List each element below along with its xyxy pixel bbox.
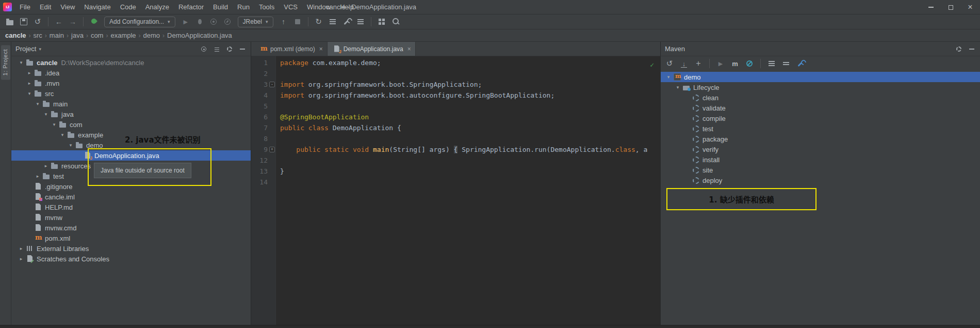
expand-arrow-icon[interactable]: ▾ xyxy=(18,60,25,65)
stop-icon[interactable] xyxy=(292,16,303,27)
tree-item-external-libraries[interactable]: ▸External Libraries xyxy=(11,243,251,254)
collapse-all-icon[interactable] xyxy=(780,58,792,69)
tree-item-deploy[interactable]: deploy xyxy=(661,175,980,185)
expand-arrow-icon[interactable]: ▸ xyxy=(26,70,33,75)
breadcrumb-item-java[interactable]: java xyxy=(70,32,85,39)
fold-icon[interactable]: + xyxy=(269,147,275,152)
menu-analyze[interactable]: Analyze xyxy=(141,0,174,14)
code-line[interactable]: 8 xyxy=(251,133,660,144)
close-button[interactable]: × xyxy=(960,0,980,14)
breadcrumb-item-src[interactable]: src xyxy=(32,32,43,39)
tree-item-cancle-iml[interactable]: cancle.iml xyxy=(11,192,251,202)
tree-item-compile[interactable]: compile xyxy=(661,113,980,123)
tree-item-main[interactable]: ▾main xyxy=(11,99,251,109)
tree-item-mvnw[interactable]: mvnw xyxy=(11,212,251,223)
tree-item-test[interactable]: test xyxy=(661,123,980,134)
menu-run[interactable]: Run xyxy=(233,0,254,14)
expand-arrow-icon[interactable]: ▸ xyxy=(42,163,50,168)
breadcrumb-item-main[interactable]: main xyxy=(48,32,65,39)
download-sources-icon[interactable] xyxy=(678,58,690,69)
project-tool-button[interactable]: 1: Project xyxy=(1,45,10,80)
tree-item-validate[interactable]: validate xyxy=(661,103,980,113)
code-line[interactable]: 6@SpringBootApplication xyxy=(251,112,660,122)
wrench-icon[interactable] xyxy=(341,16,352,27)
collapse-panel-icon[interactable] xyxy=(213,45,221,53)
breadcrumb-item-cancle[interactable]: cancle xyxy=(4,32,27,39)
tree-item-com[interactable]: ▾com xyxy=(11,119,251,130)
code-line[interactable]: 3-import org.springframework.boot.Spring… xyxy=(251,79,660,90)
menu-vcs[interactable]: VCS xyxy=(279,0,302,14)
jrebel-enable-icon[interactable] xyxy=(88,16,100,27)
run-icon[interactable] xyxy=(180,16,191,27)
expand-arrow-icon[interactable]: ▸ xyxy=(26,81,33,86)
settings-icon[interactable] xyxy=(955,45,963,53)
expand-arrow-icon[interactable]: ▸ xyxy=(18,246,25,251)
add-icon[interactable] xyxy=(693,58,704,69)
breadcrumb-item-demo[interactable]: demo xyxy=(142,32,161,39)
menu-view[interactable]: View xyxy=(56,0,79,14)
menu-refactor[interactable]: Refactor xyxy=(174,0,208,14)
tree-item-lifecycle[interactable]: ▾Lifecycle xyxy=(661,82,980,92)
expand-arrow-icon[interactable]: ▾ xyxy=(67,143,74,148)
code-line[interactable]: 13} xyxy=(251,166,660,177)
layout-icon[interactable] xyxy=(376,16,387,27)
maximize-button[interactable] xyxy=(941,0,960,14)
attach-icon[interactable] xyxy=(278,16,289,27)
editor-tab-demoapplication-java[interactable]: DemoApplication.java× xyxy=(328,42,416,56)
skip-tests-icon[interactable] xyxy=(744,58,755,69)
tree-item-src[interactable]: ▾src xyxy=(11,88,251,99)
expand-arrow-icon[interactable]: ▾ xyxy=(34,101,41,106)
back-icon[interactable] xyxy=(53,16,64,27)
code-line[interactable]: 2 xyxy=(251,68,660,79)
tree-item-mvnw-cmd[interactable]: mvnw.cmd xyxy=(11,223,251,233)
refresh-icon[interactable] xyxy=(664,58,675,69)
code-line[interactable]: 12 xyxy=(251,155,660,166)
menu-navigate[interactable]: Navigate xyxy=(79,0,115,14)
tree-item-mvn[interactable]: ▸.mvn xyxy=(11,78,251,88)
coverage-icon[interactable] xyxy=(208,16,219,27)
tree-item-help-md[interactable]: HELP.md xyxy=(11,202,251,212)
breadcrumb-item-demoapplication-java[interactable]: DemoApplication.java xyxy=(166,32,233,39)
expand-arrow-icon[interactable]: ▾ xyxy=(26,91,33,96)
settings-icon[interactable] xyxy=(225,45,234,53)
tree-item-package[interactable]: package xyxy=(661,134,980,144)
code-line[interactable]: 14 xyxy=(251,177,660,188)
tree-item-pom-xml[interactable]: pom.xml xyxy=(11,233,251,243)
code-line[interactable]: 1package com.example.demo; xyxy=(251,57,660,68)
code-line[interactable]: 5 xyxy=(251,101,660,112)
restart-icon[interactable] xyxy=(313,16,324,27)
expand-arrow-icon[interactable]: ▾ xyxy=(51,122,58,127)
menu-code[interactable]: Code xyxy=(116,0,141,14)
maven-settings-icon[interactable] xyxy=(795,58,806,69)
menu-edit[interactable]: Edit xyxy=(35,0,56,14)
tree-item-site[interactable]: site xyxy=(661,165,980,175)
expand-arrow-icon[interactable]: ▾ xyxy=(665,74,672,80)
close-icon[interactable]: × xyxy=(319,45,323,53)
profiler-icon[interactable] xyxy=(222,16,233,27)
expand-arrow-icon[interactable]: ▸ xyxy=(18,256,25,261)
code-line[interactable]: 9+ public static void main(String[] args… xyxy=(251,144,660,155)
tree-item-idea[interactable]: ▸.idea xyxy=(11,68,251,78)
close-icon[interactable]: × xyxy=(407,45,411,53)
editor-tab-pom-xml-demo[interactable]: pom.xml (demo)× xyxy=(254,42,328,56)
menu-build[interactable]: Build xyxy=(208,0,233,14)
code-line[interactable]: 4import org.springframework.boot.autocon… xyxy=(251,90,660,101)
structure-icon[interactable] xyxy=(355,16,366,27)
locate-icon[interactable] xyxy=(200,45,208,53)
save-icon[interactable] xyxy=(18,16,29,27)
expand-arrow-icon[interactable]: ▾ xyxy=(59,132,66,137)
hide-icon[interactable] xyxy=(968,45,976,53)
execute-goal-icon[interactable] xyxy=(729,58,741,69)
menu-file[interactable]: File xyxy=(15,0,35,14)
sliders-icon[interactable] xyxy=(327,16,338,27)
expand-arrow-icon[interactable]: ▾ xyxy=(42,112,50,117)
breadcrumb-item-com[interactable]: com xyxy=(90,32,105,39)
minimize-button[interactable] xyxy=(921,0,941,14)
tree-item-java[interactable]: ▾java xyxy=(11,109,251,119)
tree-item-clean[interactable]: clean xyxy=(661,92,980,103)
expand-all-icon[interactable] xyxy=(766,58,777,69)
search-icon[interactable] xyxy=(390,16,401,27)
open-icon[interactable] xyxy=(4,16,15,27)
tree-item-install[interactable]: install xyxy=(661,154,980,165)
forward-icon[interactable] xyxy=(67,16,78,27)
